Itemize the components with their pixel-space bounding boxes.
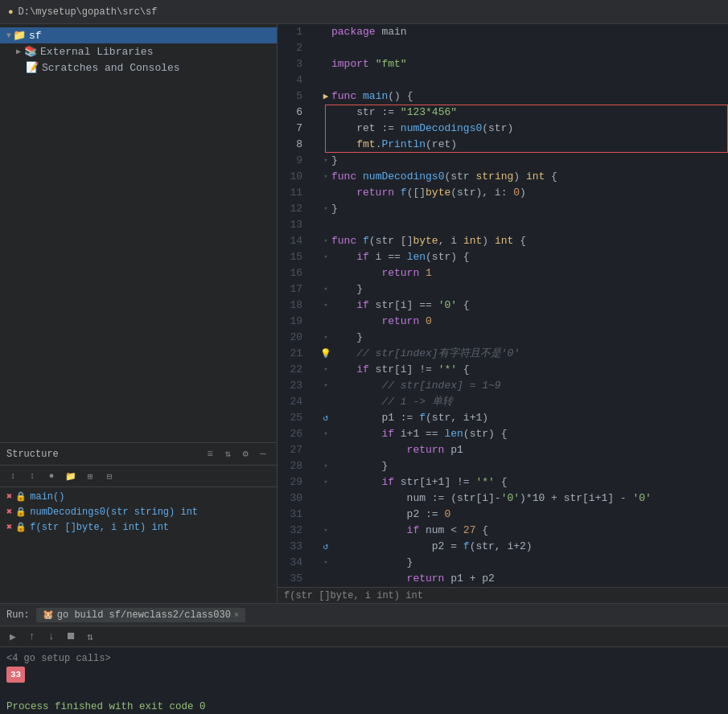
code-line-16[interactable]: return 1 bbox=[320, 265, 728, 281]
code-line-26[interactable]: ▾ if i+1 == len(str) { bbox=[320, 426, 728, 442]
visibility-icon[interactable]: ● bbox=[43, 468, 60, 484]
run-tab-close[interactable]: × bbox=[234, 610, 240, 620]
fold-col-21: 💡 bbox=[320, 346, 331, 362]
fold-icon[interactable]: ▾ bbox=[323, 426, 327, 442]
code-line-4[interactable] bbox=[320, 72, 728, 88]
fold-icon[interactable]: ▾ bbox=[323, 523, 327, 539]
fold-icon[interactable]: ▾ bbox=[323, 153, 327, 169]
sort-alpha-button[interactable]: ≡ bbox=[203, 447, 217, 462]
token-kw: if bbox=[331, 474, 394, 490]
sidebar-item-project[interactable]: ▼ 📁 sf bbox=[0, 27, 277, 43]
code-line-18[interactable]: ▾ if str[i] == '0' { bbox=[320, 298, 728, 314]
fold-icon[interactable]: ▾ bbox=[323, 249, 327, 265]
code-line-11[interactable]: return f([]byte(str), i: 0) bbox=[320, 185, 728, 201]
token-plain: num := (str[i]- bbox=[331, 490, 501, 507]
close-panel-button[interactable]: — bbox=[256, 447, 270, 462]
code-line-5[interactable]: ▶func main() { bbox=[320, 88, 728, 105]
code-line-15[interactable]: ▾ if i == len(str) { bbox=[320, 249, 728, 265]
fold-icon[interactable]: ▾ bbox=[323, 233, 327, 249]
stop-button[interactable]: ⏹ bbox=[63, 629, 79, 645]
token-plain: str := bbox=[331, 105, 401, 121]
run-bar: Run: 🐹 go build sf/newclass2/class030 × bbox=[0, 603, 728, 626]
code-line-28[interactable]: ▾ } bbox=[320, 458, 728, 474]
code-line-35[interactable]: return p1 + p2 bbox=[320, 571, 728, 587]
run-button[interactable]: ▶ bbox=[5, 629, 21, 645]
stop-up-button[interactable]: ↑ bbox=[24, 629, 40, 645]
fold-icon[interactable]: ▾ bbox=[323, 330, 327, 346]
code-line-21[interactable]: 💡 // str[index]有字符且不是'0' bbox=[320, 346, 728, 362]
code-line-31[interactable]: p2 := 0 bbox=[320, 507, 728, 523]
sidebar-item-external-libraries[interactable]: ▶ 📚 External Libraries bbox=[0, 43, 277, 60]
fold-icon[interactable]: ▾ bbox=[323, 458, 327, 474]
stop-down-button[interactable]: ↓ bbox=[43, 629, 60, 645]
token-plain: } bbox=[331, 555, 413, 571]
code-line-27[interactable]: return p1 bbox=[320, 442, 728, 458]
code-line-30[interactable]: num := (str[i]-'0')*10 + str[i+1] - '0' bbox=[320, 490, 728, 507]
fold-icon[interactable]: ▾ bbox=[323, 298, 327, 314]
fold-col-26: ▾ bbox=[320, 426, 331, 442]
token-str: '*' bbox=[475, 474, 494, 490]
fold-icon[interactable]: ▾ bbox=[323, 281, 327, 298]
structure-item-f[interactable]: ✖ 🔒 f(str []byte, i int) int bbox=[0, 519, 277, 535]
structure-item-num-decodings[interactable]: ✖ 🔒 numDecodings0(str string) int bbox=[0, 504, 277, 519]
fold-col-28: ▾ bbox=[320, 458, 331, 474]
folder-icon[interactable]: 📁 bbox=[63, 468, 79, 484]
token-fn: f bbox=[419, 410, 426, 426]
token-plain: ) bbox=[520, 185, 526, 201]
error-icon-main: ✖ bbox=[6, 490, 12, 503]
code-line-6[interactable]: str := "123*456" bbox=[320, 105, 728, 121]
code-container[interactable]: 1234567891011121314151617181920212223242… bbox=[278, 24, 728, 587]
run-tab[interactable]: 🐹 go build sf/newclass2/class030 × bbox=[36, 608, 246, 622]
fold-icon[interactable]: ▾ bbox=[323, 169, 327, 185]
code-line-25[interactable]: ↺ p1 := f(str, i+1) bbox=[320, 410, 728, 426]
run-arrow: ▶ bbox=[323, 88, 329, 105]
fold-icon[interactable]: ▾ bbox=[323, 362, 327, 378]
fold-icon[interactable]: ▾ bbox=[323, 201, 327, 217]
code-line-7[interactable]: ret := numDecodings0(str) bbox=[320, 121, 728, 137]
settings-button[interactable]: ⚙ bbox=[238, 447, 253, 462]
fold-icon[interactable]: ▾ bbox=[323, 378, 327, 394]
sidebar-item-scratches[interactable]: 📝 Scratches and Consoles bbox=[0, 60, 277, 76]
sidebar-tree: ▼ 📁 sf ▶ 📚 External Libraries 📝 Scratche… bbox=[0, 24, 277, 442]
code-line-29[interactable]: ▾ if str[i+1] != '*' { bbox=[320, 474, 728, 490]
token-plain: . bbox=[376, 137, 382, 153]
collapse-all-icon[interactable]: ⊟ bbox=[101, 468, 117, 484]
code-line-10[interactable]: ▾func numDecodings0(str string) int { bbox=[320, 169, 728, 185]
code-line-19[interactable]: return 0 bbox=[320, 314, 728, 330]
fold-icon[interactable]: ▾ bbox=[323, 474, 327, 490]
code-line-23[interactable]: ▾ // str[index] = 1~9 bbox=[320, 378, 728, 394]
structure-item-main[interactable]: ✖ 🔒 main() bbox=[0, 489, 277, 504]
code-line-20[interactable]: ▾ } bbox=[320, 330, 728, 346]
fold-col-12: ▾ bbox=[320, 201, 331, 217]
sort-icon-2[interactable]: ↕ bbox=[24, 468, 40, 484]
code-line-32[interactable]: ▾ if num < 27 { bbox=[320, 523, 728, 539]
expand-all-icon[interactable]: ⊞ bbox=[82, 468, 98, 484]
scratches-icon: 📝 bbox=[26, 61, 39, 74]
code-line-1[interactable]: package main bbox=[320, 24, 728, 40]
code-line-8[interactable]: fmt.Println(ret) bbox=[320, 137, 728, 153]
token-str: "123*456" bbox=[401, 105, 457, 121]
code-line-33[interactable]: ↺ p2 = f(str, i+2) bbox=[320, 539, 728, 555]
token-kw: package bbox=[331, 24, 376, 40]
lightbulb-icon: 💡 bbox=[320, 346, 331, 362]
code-line-14[interactable]: ▾func f(str []byte, i int) int { bbox=[320, 233, 728, 249]
code-line-3[interactable]: import "fmt" bbox=[320, 56, 728, 72]
code-content[interactable]: package main import "fmt" ▶func main() {… bbox=[314, 24, 728, 587]
token-plain: (str) bbox=[482, 121, 513, 137]
code-line-17[interactable]: ▾ } bbox=[320, 281, 728, 298]
token-plain: p2 := bbox=[331, 507, 444, 523]
code-line-12[interactable]: ▾} bbox=[320, 201, 728, 217]
fold-icon[interactable]: ▾ bbox=[323, 555, 327, 571]
code-line-13[interactable] bbox=[320, 217, 728, 233]
code-line-2[interactable] bbox=[320, 40, 728, 56]
sort-desc-button[interactable]: ⇅ bbox=[220, 447, 235, 462]
token-type: int bbox=[495, 233, 513, 249]
code-line-34[interactable]: ▾ } bbox=[320, 555, 728, 571]
sort-icon-1[interactable]: ↕ bbox=[5, 468, 21, 484]
code-line-22[interactable]: ▾ if str[i] != '*' { bbox=[320, 362, 728, 378]
wrap-button[interactable]: ⇅ bbox=[82, 629, 98, 645]
token-type: byte bbox=[426, 185, 450, 201]
code-line-24[interactable]: // i -> 单转 bbox=[320, 394, 728, 410]
code-line-9[interactable]: ▾} bbox=[320, 153, 728, 169]
token-plain bbox=[394, 185, 401, 201]
